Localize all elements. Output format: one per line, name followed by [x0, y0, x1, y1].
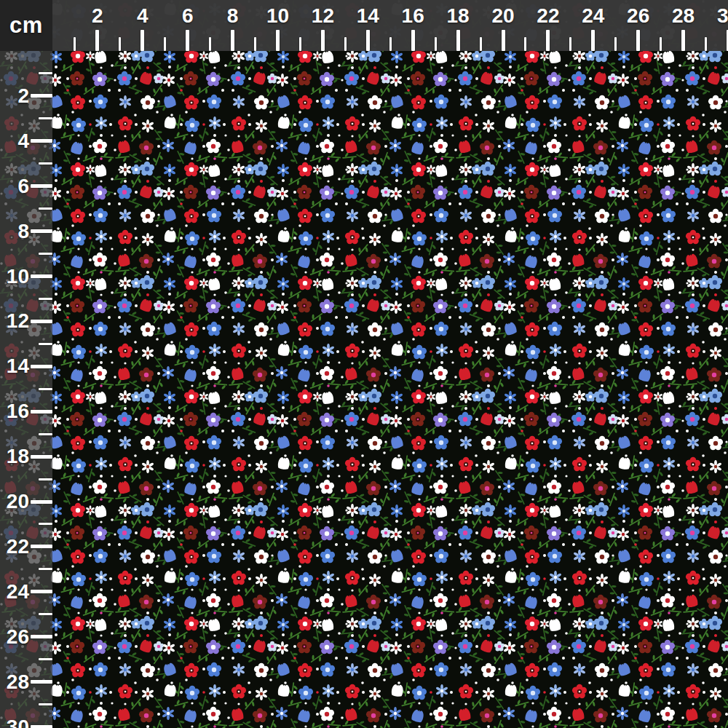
ruler-unit-label: cm	[9, 12, 43, 39]
ruler-corner: cm	[0, 0, 52, 51]
ruler-left-strip	[0, 51, 52, 728]
fabric-swatch-page: cm 2468101214161820222426283024681012141…	[0, 0, 728, 728]
ruler-top-strip	[0, 0, 728, 51]
floral-pattern	[0, 0, 728, 728]
